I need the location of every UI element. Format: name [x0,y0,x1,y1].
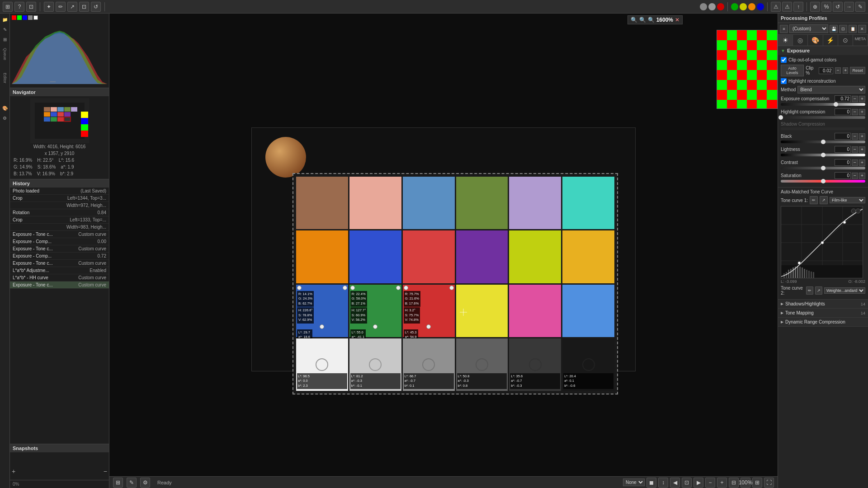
history-item-5[interactable]: Width=983, Heigh... [10,224,109,231]
history-item-11[interactable]: L*a*b* Adjustme...Enabled [10,267,109,274]
saturation-track[interactable] [781,180,865,183]
pp-copy-btn[interactable]: ⊡ [839,25,847,33]
hl-comp-thumb[interactable] [778,115,783,120]
tab-color[interactable]: 🎨 [808,35,823,46]
tc1-arrow-btn[interactable]: ↗ [820,196,828,204]
history-item-8[interactable]: Exposure - Tone c...Custom curve [10,245,109,253]
next-btn[interactable]: → [844,2,854,12]
tc1-pencil-btn[interactable]: ✏ [810,196,818,204]
select-tool[interactable]: ✦ [44,2,54,12]
clip-plus-btn[interactable]: + [843,67,849,74]
crop-tool[interactable]: ↗ [67,2,77,12]
pp-paste-btn[interactable]: 📋 [849,25,857,33]
history-item-3[interactable]: Rotation0.84 [10,209,109,216]
rotate-tool[interactable]: ↺ [91,2,101,12]
zoom-select-btn[interactable]: ◼ [646,478,656,488]
saturation-value-input[interactable] [835,172,851,179]
tone-curve-canvas[interactable] [781,206,863,278]
clip-checkbox[interactable] [781,57,787,63]
history-item-10[interactable]: Exposure - Tone c...Custom curve [10,260,109,267]
exp-comp-plus[interactable]: + [859,96,865,102]
bottom-queue-btn[interactable]: ⚙ [140,478,150,488]
hl-comp-minus[interactable]: − [852,109,858,115]
left-icon-editor[interactable]: ✎ [1,25,9,33]
lightness-minus[interactable]: − [852,146,858,153]
history-item-13[interactable]: Exposure - Tone c...Custom curve [10,282,109,289]
edit-tool-right[interactable]: ✎ [855,2,865,12]
zoom-out-btn[interactable]: 🔍 [631,17,637,23]
pp-list-btn[interactable]: ≡ [780,25,788,33]
contrast-minus[interactable]: − [852,160,858,166]
saturation-plus[interactable]: + [859,173,865,179]
tc2-arrow-btn[interactable]: ↗ [815,286,822,295]
zoom-close-btn[interactable]: ✕ [675,17,679,23]
color-btn-green[interactable] [731,3,738,10]
zoom-fit-btn2[interactable]: 🔍 [639,17,646,23]
export-btn[interactable]: ↑ [793,2,803,12]
history-item-7[interactable]: Exposure - Comp...0.00 [10,238,109,245]
lightness-track[interactable] [781,154,865,156]
zoom-plus-btn[interactable]: + [717,478,727,488]
tab-advanced[interactable]: ⚡ [823,35,838,46]
left-icon-tools[interactable]: ⚙ [1,114,9,122]
pencil-tool[interactable]: ✏ [56,2,66,12]
tone-mapping-header[interactable]: ▶ Tone Mapping 14 [778,309,868,317]
contrast-value-input[interactable] [835,159,851,166]
shadows-highlights-header[interactable]: ▶ Shadows/Highlights 14 [778,300,868,308]
black-thumb[interactable] [821,140,826,144]
status-btn-gray[interactable] [708,3,716,10]
image-viewer[interactable]: 🔍 🔍 🔍 1600% ✕ [109,14,778,476]
saturation-minus[interactable]: − [852,173,858,179]
tab-detail[interactable]: ◎ [793,35,808,46]
left-icon-color[interactable]: 🎨 [1,104,9,113]
black-track[interactable] [781,141,865,143]
tab-local[interactable]: ⊙ [838,35,853,46]
history-item-2[interactable]: Width=972, Heigh... [10,202,109,209]
black-value-input[interactable] [835,133,851,140]
photo-area[interactable]: R: 14.1%G: 24.3%B: 62.7% H: 226.6°S: 78.… [251,127,636,371]
pp-profile-select[interactable]: (Custom) [789,24,828,33]
zoom-fit-btn[interactable]: ⊕ [810,2,820,12]
exp-comp-thumb[interactable] [834,102,838,107]
exp-comp-track[interactable] [781,103,865,106]
tc1-select[interactable]: Film-like [830,197,865,203]
zoom-in-btn[interactable]: 🔍 [648,17,655,23]
snapshots-header[interactable]: Snapshots [10,444,109,452]
pp-delete-btn[interactable]: ✕ [858,25,866,33]
nav-left-btn[interactable]: ◀ [670,478,680,488]
zoom-minus-btn[interactable]: − [705,478,715,488]
clip-minus-btn[interactable]: − [835,67,841,74]
lightness-thumb[interactable] [821,153,826,157]
file-browser-btn[interactable]: ⊞ [3,2,13,12]
lightness-plus[interactable]: + [859,146,865,153]
method-select[interactable]: Blend [797,86,865,94]
tc2-select[interactable]: Weighte...andard [824,287,865,294]
history-item-9[interactable]: Exposure - Comp...0.72 [10,253,109,260]
queue-btn[interactable] [700,3,707,10]
reset-btn[interactable]: Reset [850,67,865,74]
exp-comp-minus[interactable]: − [852,96,858,102]
refresh-btn[interactable]: ↺ [833,2,843,12]
auto-levels-btn[interactable]: Auto Levels [781,65,804,76]
color-btn-blue[interactable] [757,3,764,10]
snap-delete-btn[interactable]: − [104,468,107,475]
contrast-thumb[interactable] [821,166,826,170]
history-item-1[interactable]: CropLeft=1344, Top=3... [10,195,109,202]
contrast-plus[interactable]: + [859,160,865,166]
nav-thumbnail[interactable] [30,98,89,143]
zoom-screen-btn[interactable]: ⊞ [752,478,762,488]
history-item-6[interactable]: Exposure - Tone c...Custom curve [10,231,109,238]
tab-exposure[interactable]: ☀ [778,35,793,46]
info-btn[interactable]: ? [14,2,24,12]
none-select[interactable]: None [623,479,645,486]
navigator-header[interactable]: Navigator [10,88,109,96]
zoom-mode-btn[interactable]: ↕ [658,478,668,488]
tc2-pencil-btn[interactable]: ✏ [806,286,813,295]
black-plus[interactable]: + [859,133,865,140]
tab-meta[interactable]: META [853,35,868,46]
history-item-4[interactable]: CropLeft=1333, Top=... [10,216,109,224]
exp-comp-value-input[interactable] [835,95,851,102]
lightness-value-input[interactable] [835,146,851,153]
exposure-title[interactable]: ▼ Exposure [778,46,868,55]
hl-comp-input[interactable] [835,108,851,115]
